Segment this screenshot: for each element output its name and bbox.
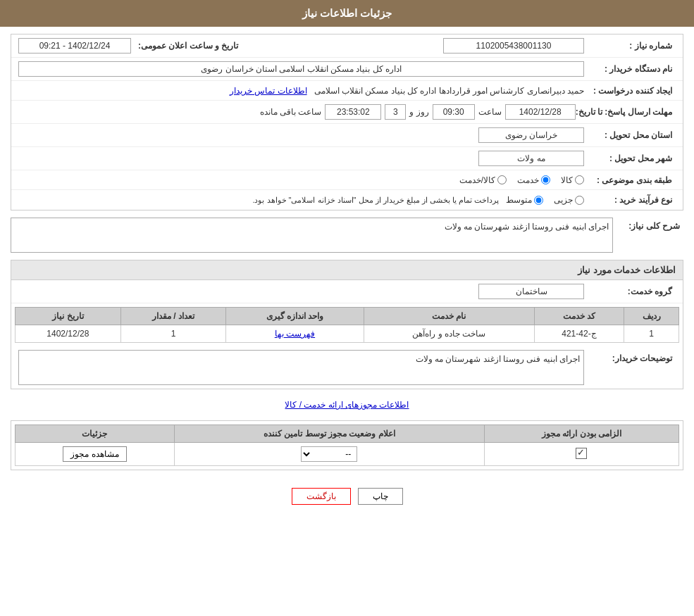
radio-motavasset[interactable] — [534, 196, 543, 205]
response-days: 3 — [385, 104, 406, 120]
service-group-row: گروه خدمت: ساختمان — [11, 280, 683, 303]
need-description-block: شرح کلی نیاز: اجرای ابنیه فنی روستا ازغن… — [11, 218, 683, 253]
category-row: طبقه بندی موضوعی : کالا خدمت کالا/خدمت — [11, 170, 683, 190]
buyer-name-row: نام دستگاه خریدار : اداره کل بنیاد مسکن … — [11, 58, 683, 81]
col-need-date: تاریخ نیاز — [16, 308, 121, 325]
cell-service-name: ساخت جاده و راه‌آهن — [364, 325, 534, 343]
cell-row-num: 1 — [624, 325, 679, 343]
creator-label: ایجاد کننده درخواست : — [584, 86, 676, 96]
response-deadline-row: مهلت ارسال پاسخ: تا تاریخ: 1402/12/28 سا… — [11, 101, 683, 124]
buyer-name-label: نام دستگاه خریدار : — [584, 64, 676, 74]
purchase-type-jozee: جزیی — [554, 195, 584, 205]
creator-value: حمید دبیرانصاری کارشناس امور قراردادها ا… — [18, 86, 584, 96]
purchase-type-motavasset: متوسط — [506, 195, 543, 205]
button-row: چاپ بازگشت — [11, 477, 683, 515]
licenses-table-header: الزامی بودن ارائه مجوز اعلام وضعیت مجوز … — [16, 425, 679, 443]
licenses-section: الزامی بودن ارائه مجوز اعلام وضعیت مجوز … — [11, 420, 683, 470]
col-service-name: نام خدمت — [364, 308, 534, 325]
category-label: طبقه بندی موضوعی : — [584, 175, 676, 185]
creator-row: ایجاد کننده درخواست : حمید دبیرانصاری کا… — [11, 81, 683, 101]
radio-kala[interactable] — [575, 175, 584, 184]
purchase-type-note: پرداخت تمام یا بخشی از مبلغ خریدار از مح… — [252, 196, 506, 205]
col-row-num: ردیف — [624, 308, 679, 325]
response-date: 1402/12/28 — [505, 104, 576, 120]
services-title: اطلاعات خدمات مورد نیاز — [11, 260, 683, 280]
category-kala-khedmat: کالا/خدمت — [459, 175, 507, 185]
need-number-row: شماره نیاز : 1102005438001130 تاریخ و سا… — [11, 34, 683, 58]
cell-quantity: 1 — [120, 325, 226, 343]
category-kala: کالا — [561, 175, 584, 185]
status-select[interactable]: -- — [301, 446, 357, 462]
col-details: جزئیات — [16, 425, 175, 443]
city-label: شهر محل تحویل : — [584, 153, 676, 163]
col-mandatory: الزامی بودن ارائه مجوز — [484, 425, 678, 443]
response-deadline-group: 1402/12/28 ساعت 09:30 روز و 3 23:53:02 س… — [18, 104, 576, 120]
buyer-notes-value: اجرای ابنیه فنی روستا ازغند شهرستان مه و… — [18, 350, 584, 385]
licenses-table: الزامی بودن ارائه مجوز اعلام وضعیت مجوز … — [15, 425, 679, 466]
radio-jozee[interactable] — [575, 196, 584, 205]
response-deadline-label: مهلت ارسال پاسخ: تا تاریخ: — [576, 107, 676, 117]
licenses-table-body: ✓ -- مشاهده مجوز — [16, 443, 679, 466]
radio-khedmat[interactable] — [541, 175, 550, 184]
purchase-type-label: نوع فرآیند خرید : — [584, 195, 676, 205]
contact-info-link[interactable]: اطلاعات تماس خریدار — [230, 86, 307, 96]
need-description-label: شرح کلی نیاز: — [613, 218, 683, 231]
radio-khedmat-label: خدمت — [517, 175, 539, 185]
cell-details: مشاهده مجوز — [16, 443, 175, 466]
province-row: استان محل تحویل : خراسان رضوی — [11, 124, 683, 147]
page-title: جزئیات اطلاعات نیاز — [302, 7, 392, 19]
back-button[interactable]: بازگشت — [292, 488, 351, 505]
cell-status: -- — [174, 443, 484, 466]
radio-jozee-label: جزیی — [554, 195, 573, 205]
col-unit: واحد اندازه گیری — [226, 308, 364, 325]
col-quantity: تعداد / مقدار — [120, 308, 226, 325]
province-label: استان محل تحویل : — [584, 130, 676, 140]
purchase-type-options: جزیی متوسط — [506, 195, 584, 205]
need-description-value: اجرای ابنیه فنی روستا ازغند شهرستان مه و… — [11, 218, 613, 253]
response-remaining: 23:53:02 — [325, 104, 381, 120]
services-table-body: 1 ج-42-421 ساخت جاده و راه‌آهن فهرست بها… — [16, 325, 679, 343]
response-time-label: ساعت — [478, 107, 502, 117]
category-options: کالا خدمت کالا/خدمت — [459, 175, 584, 185]
response-remaining-label: ساعت باقی مانده — [260, 107, 322, 117]
radio-kala-khedmat-label: کالا/خدمت — [459, 175, 495, 185]
service-group-label: گروه خدمت: — [584, 287, 676, 296]
print-button[interactable]: چاپ — [358, 488, 403, 505]
radio-motavasset-label: متوسط — [506, 195, 532, 205]
cell-mandatory: ✓ — [484, 443, 678, 466]
buyer-notes-label: توضیحات خریدار: — [584, 350, 676, 363]
category-khedmat: خدمت — [517, 175, 550, 185]
need-number-label: شماره نیاز : — [584, 41, 676, 51]
response-time: 09:30 — [433, 104, 475, 120]
radio-kala-khedmat[interactable] — [497, 175, 507, 184]
licenses-link-container: اطلاعات مجوزهای ارائه خدمت / کالا — [11, 396, 683, 413]
licenses-table-container: الزامی بودن ارائه مجوز اعلام وضعیت مجوز … — [11, 421, 683, 470]
response-day-label: روز و — [409, 107, 428, 117]
view-license-button[interactable]: مشاهده مجوز — [63, 446, 126, 462]
buyer-notes-block: توضیحات خریدار: اجرای ابنیه فنی روستا از… — [11, 346, 683, 389]
city-row: شهر محل تحویل : مه ولات — [11, 147, 683, 170]
services-table: ردیف کد خدمت نام خدمت واحد اندازه گیری ت… — [15, 307, 679, 343]
cell-need-date: 1402/12/28 — [16, 325, 121, 343]
announce-datetime-value: 1402/12/24 - 09:21 — [18, 38, 131, 54]
service-group-value: ساختمان — [478, 284, 584, 299]
table-row: 1 ج-42-421 ساخت جاده و راه‌آهن فهرست بها… — [16, 325, 679, 343]
purchase-type-row: نوع فرآیند خرید : جزیی متوسط پرداخت تمام… — [11, 190, 683, 210]
buyer-name-value: اداره کل بنیاد مسکن انقلاب اسلامی استان … — [18, 61, 584, 77]
list-item: ✓ -- مشاهده مجوز — [16, 443, 679, 466]
city-value: مه ولات — [478, 151, 584, 166]
col-service-code: کد خدمت — [534, 308, 624, 325]
province-value: خراسان رضوی — [478, 127, 584, 143]
services-table-container: ردیف کد خدمت نام خدمت واحد اندازه گیری ت… — [11, 303, 683, 346]
licenses-link[interactable]: اطلاعات مجوزهای ارائه خدمت / کالا — [11, 396, 683, 413]
announce-datetime-label: تاریخ و ساعت اعلان عمومی: — [131, 41, 242, 51]
radio-kala-label: کالا — [561, 175, 573, 185]
col-status: اعلام وضعیت مجوز توسط تامین کننده — [174, 425, 484, 443]
mandatory-checkbox: ✓ — [576, 448, 587, 459]
cell-unit[interactable]: فهرست بها — [226, 325, 364, 343]
cell-service-code: ج-42-421 — [534, 325, 624, 343]
services-section: اطلاعات خدمات مورد نیاز گروه خدمت: ساختم… — [11, 260, 683, 389]
main-info-section: شماره نیاز : 1102005438001130 تاریخ و سا… — [11, 34, 683, 210]
page-header: جزئیات اطلاعات نیاز — [0, 0, 694, 27]
services-table-header: ردیف کد خدمت نام خدمت واحد اندازه گیری ت… — [16, 308, 679, 325]
